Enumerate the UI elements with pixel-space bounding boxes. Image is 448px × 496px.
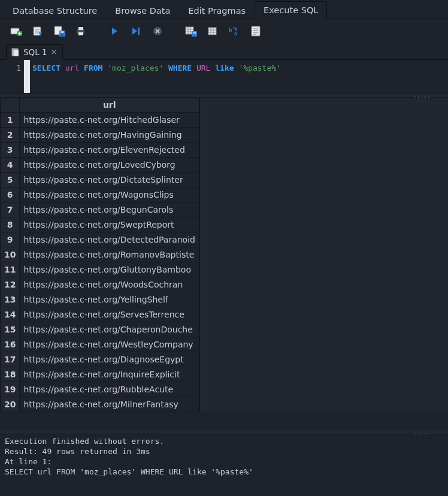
cell-url[interactable]: https://paste.c-net.org/RomanovBaptiste [20, 247, 199, 262]
cell-url[interactable]: https://paste.c-net.org/WoodsCochran [20, 277, 199, 292]
tok-table: 'moz_places' [107, 63, 164, 72]
close-icon[interactable]: × [51, 47, 57, 56]
status-line2: Result: 49 rows returned in 3ms [5, 447, 150, 456]
table-row[interactable]: 13https://paste.c-net.org/YellingShelf [1, 292, 199, 307]
row-number: 13 [1, 292, 20, 307]
new-tab-icon[interactable] [10, 25, 23, 38]
cell-url[interactable]: https://paste.c-net.org/DiagnoseEgypt [20, 352, 199, 367]
table-row[interactable]: 12https://paste.c-net.org/WoodsCochran [1, 277, 199, 292]
splitter-top[interactable] [0, 93, 448, 97]
cell-url[interactable]: https://paste.c-net.org/GluttonyBamboo [20, 262, 199, 277]
editor-caret-column [24, 60, 30, 93]
stop-icon[interactable] [151, 25, 164, 38]
table-row[interactable]: 5https://paste.c-net.org/DictateSplinter [1, 173, 199, 187]
tok-select: SELECT [32, 63, 60, 72]
run-line-icon[interactable] [129, 25, 143, 38]
table-row[interactable]: 11https://paste.c-net.org/GluttonyBamboo [1, 262, 199, 277]
results-empty-area [199, 97, 448, 412]
row-number: 10 [1, 247, 20, 262]
table-row[interactable]: 14https://paste.c-net.org/ServesTerrence [1, 307, 199, 322]
main-tab-bar: Database Structure Browse Data Edit Prag… [0, 0, 448, 19]
column-header-url[interactable]: url [20, 98, 199, 113]
text-icon[interactable] [249, 25, 262, 38]
table-row[interactable]: 20https://paste.c-net.org/MilnerFantasy [1, 397, 199, 412]
table-row[interactable]: 3https://paste.c-net.org/ElevenRejected [1, 143, 199, 158]
cell-url[interactable]: https://paste.c-net.org/ServesTerrence [20, 307, 199, 322]
print-icon[interactable] [74, 25, 87, 38]
save-results-icon[interactable] [184, 25, 198, 38]
sql-editor[interactable]: 1 SELECT url FROM 'moz_places' WHERE URL… [0, 60, 448, 93]
table-row[interactable]: 4https://paste.c-net.org/LovedCyborg [1, 158, 199, 173]
run-icon[interactable] [108, 25, 121, 38]
status-log[interactable]: Execution finished without errors. Resul… [0, 434, 448, 482]
row-number: 4 [1, 158, 20, 173]
table-row[interactable]: 8https://paste.c-net.org/SweptReport [1, 217, 199, 232]
file-tab-sql1[interactable]: SQL 1 × [6, 44, 63, 60]
svg-rect-10 [138, 28, 140, 35]
cell-url[interactable]: https://paste.c-net.org/LovedCyborg [20, 158, 199, 173]
svg-rect-15 [208, 28, 216, 35]
status-line4: SELECT url FROM 'moz_places' WHERE URL l… [5, 467, 253, 476]
status-line1: Execution finished without errors. [5, 437, 164, 446]
svg-rect-20 [13, 50, 19, 56]
tab-database-structure[interactable]: Database Structure [4, 2, 106, 19]
table-row[interactable]: 10https://paste.c-net.org/RomanovBaptist… [1, 247, 199, 262]
tab-browse-data[interactable]: Browse Data [106, 2, 179, 19]
rownum-header[interactable] [1, 98, 20, 113]
cell-url[interactable]: https://paste.c-net.org/SweptReport [20, 217, 199, 232]
table-row[interactable]: 16https://paste.c-net.org/WestleyCompany [1, 337, 199, 352]
results-table[interactable]: url 1https://paste.c-net.org/HitchedGlas… [0, 97, 199, 412]
row-number: 16 [1, 337, 20, 352]
table-row[interactable]: 1https://paste.c-net.org/HitchedGlaser [1, 113, 199, 128]
cell-url[interactable]: https://paste.c-net.org/WagonsClips [20, 187, 199, 202]
row-number: 11 [1, 262, 20, 277]
table-row[interactable]: 7https://paste.c-net.org/BegunCarols [1, 202, 199, 217]
cell-url[interactable]: https://paste.c-net.org/MilnerFantasy [20, 397, 199, 412]
row-number: 1 [1, 113, 20, 128]
editor-gutter: 1 [0, 60, 24, 93]
cell-url[interactable]: https://paste.c-net.org/HavingGaining [20, 128, 199, 143]
table-row[interactable]: 19https://paste.c-net.org/RubbleAcute [1, 382, 199, 397]
row-number: 2 [1, 128, 20, 143]
table-row[interactable]: 6https://paste.c-net.org/WagonsClips [1, 187, 199, 202]
table-row[interactable]: 2https://paste.c-net.org/HavingGaining [1, 128, 199, 143]
table-row[interactable]: 9https://paste.c-net.org/DetectedParanoi… [1, 232, 199, 247]
svg-text:a: a [234, 31, 238, 36]
sql-file-icon [11, 48, 20, 56]
tok-pattern: '%paste%' [238, 63, 280, 72]
cell-url[interactable]: https://paste.c-net.org/BegunCarols [20, 202, 199, 217]
tab-edit-pragmas[interactable]: Edit Pragmas [179, 2, 255, 19]
row-number: 6 [1, 187, 20, 202]
splitter-bottom[interactable] [0, 430, 448, 434]
table-row[interactable]: 18https://paste.c-net.org/InquireExplici… [1, 367, 199, 382]
save-sql-icon[interactable] [53, 25, 66, 38]
sql-toolbar: ba [0, 19, 448, 43]
table-row[interactable]: 17https://paste.c-net.org/DiagnoseEgypt [1, 352, 199, 367]
cell-url[interactable]: https://paste.c-net.org/RubbleAcute [20, 382, 199, 397]
open-sql-icon[interactable] [31, 25, 44, 38]
svg-rect-9 [78, 32, 83, 35]
cell-url[interactable]: https://paste.c-net.org/DictateSplinter [20, 173, 199, 187]
find-replace-icon[interactable]: ba [228, 25, 241, 38]
cell-url[interactable]: https://paste.c-net.org/InquireExplicit [20, 367, 199, 382]
row-number: 15 [1, 322, 20, 337]
row-number: 14 [1, 307, 20, 322]
row-number: 3 [1, 143, 20, 158]
svg-rect-14 [193, 32, 196, 34]
tok-where: WHERE [168, 63, 192, 72]
cell-url[interactable]: https://paste.c-net.org/YellingShelf [20, 292, 199, 307]
table-row[interactable]: 15https://paste.c-net.org/ChaperonDouche [1, 322, 199, 337]
sql-file-tabs: SQL 1 × [0, 43, 448, 60]
editor-code[interactable]: SELECT url FROM 'moz_places' WHERE URL l… [30, 60, 448, 93]
tab-execute-sql[interactable]: Execute SQL [255, 1, 327, 19]
cell-url[interactable]: https://paste.c-net.org/WestleyCompany [20, 337, 199, 352]
cell-url[interactable]: https://paste.c-net.org/ElevenRejected [20, 143, 199, 158]
row-number: 9 [1, 232, 20, 247]
cell-url[interactable]: https://paste.c-net.org/ChaperonDouche [20, 322, 199, 337]
row-number: 19 [1, 382, 20, 397]
cell-url[interactable]: https://paste.c-net.org/DetectedParanoid [20, 232, 199, 247]
cell-url[interactable]: https://paste.c-net.org/HitchedGlaser [20, 113, 199, 128]
row-number: 20 [1, 397, 20, 412]
export-csv-icon[interactable] [206, 25, 219, 38]
status-line3: At line 1: [5, 457, 52, 466]
